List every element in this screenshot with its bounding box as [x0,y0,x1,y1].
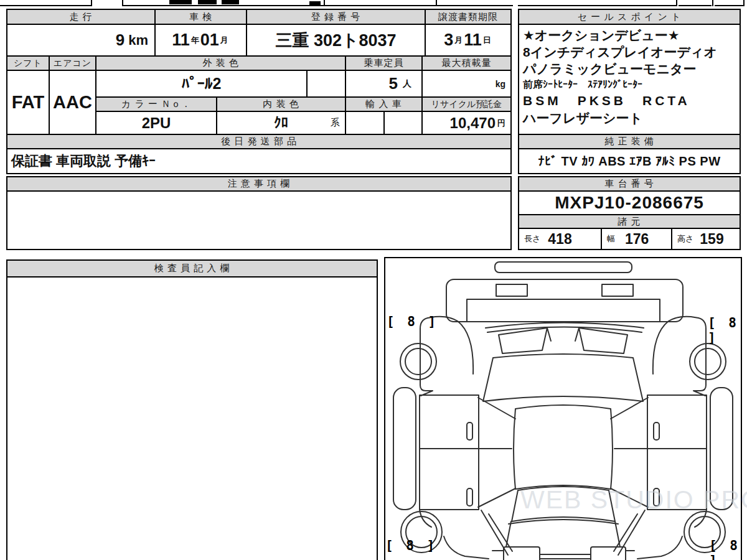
transfer-deadline-value: 3 月 11 日 [425,24,512,57]
sales-point-line: 前席ｼｰﾄﾋｰﾀｰ ｽﾃｱﾘﾝｸﾞﾋｰﾀｰ [522,77,644,92]
sales-point-line: ★オークションデビュー★ [522,27,681,44]
tire-tread-rear-left: [ 8 ] [385,538,437,553]
deadline-day-unit: 日 [483,35,491,46]
car-outline-svg [385,258,741,560]
recycle-deposit-unit: 円 [497,118,505,129]
color-no-header: カ ラ ー Ｎｏ． [95,96,217,112]
exterior-color-sub-cell [306,70,346,98]
inspection-year: 11 [172,30,190,50]
auction-sheet: 走 行 車 検 登 録 番 号 譲渡書類期限 9 km 11 年 01 月 三重… [0,0,747,560]
spec-length-cell: 長さ 418 [518,228,602,250]
sales-point-line: 8インチディスプレイオーディオ [522,44,718,60]
mileage-number: 9 [116,30,125,50]
spec-height-cell: 高さ 159 [671,228,741,250]
sales-point-line: ハーフレザーシート [522,110,644,127]
spec-width-cell: 幅 176 [601,228,672,250]
inspection-year-unit: 年 [191,35,199,46]
specs-header: 諸 元 [518,214,741,229]
inspection-month: 01 [200,30,219,50]
sales-point-line: パノラミックビューモニター [522,60,697,77]
tire-tread-front-right: [ 8 ] [708,315,741,345]
sales-points-body: ★オークションデビュー★ 8インチディスプレイオーディオ パノラミックビューモニ… [518,24,741,135]
deadline-day: 11 [464,30,482,50]
recycle-deposit-number: 10,470 [450,114,496,132]
capacity-header: 乗車定員 [345,55,423,71]
inspection-month-unit: 月 [220,35,228,46]
inspection-value: 11 年 01 月 [154,24,247,57]
recycle-deposit-value: 10,470 円 [421,111,512,135]
transfer-deadline-header: 譲渡書類期限 [425,9,512,25]
tire-tread-rear-right: [ 8 ] [709,538,741,560]
spec-width-value: 176 [625,231,649,248]
later-parts-value: 保証書 車両取説 予備ｷｰ [6,148,512,174]
sales-points-header: セ ー ル ス ポ イ ン ト [518,9,741,25]
registration-header: 登 録 番 号 [246,9,426,25]
notes-body [6,190,512,250]
aircon-value: AAC [49,70,96,135]
notes-header: 注 意 事 項 欄 [6,176,512,192]
inspector-header: 検 査 員 記 入 欄 [7,261,377,278]
capacity-number: 5 [389,74,398,93]
deadline-month: 3 [444,30,453,50]
shift-header: シフト [6,55,50,71]
mileage-unit: km [128,32,148,49]
aircon-header: エアコン [49,55,96,71]
registration-value: 三重 302ト8037 [246,24,426,57]
mileage-header: 走 行 [6,9,156,25]
capacity-value: 5 人 [345,70,423,98]
interior-color-name: ｸﾛ [274,114,288,131]
chassis-number-header: 車 台 番 号 [518,176,741,192]
later-parts-header: 後 日 発 送 部 品 [6,134,512,149]
max-load-unit: kg [496,79,505,89]
interior-color-suffix: 系 [331,117,340,129]
spec-width-label: 幅 [607,233,615,245]
spec-length-value: 418 [548,231,571,248]
tire-tread-front-left: [ 8 ] [387,314,438,329]
genuine-equipment-value: ﾅﾋﾞ TV ｶﾜ ABS ｴｱB ｱﾙﾐ PS PW [518,148,741,174]
interior-color-value: ｸﾛ 系 [216,111,346,135]
spec-height-label: 高さ [677,233,693,245]
capacity-unit: 人 [403,78,411,90]
genuine-equipment-header: 純 正 装 備 [518,134,741,149]
inspector-box: 検 査 員 記 入 欄 [6,259,378,560]
shift-value: FAT [6,70,50,135]
interior-color-header: 内 装 色 [216,96,346,112]
imported-value-left [345,111,385,135]
mileage-value: 9 km [6,24,156,57]
exterior-color-header: 外 装 色 [95,55,346,71]
max-load-value: kg [421,70,512,98]
spec-length-label: 長さ [524,233,540,245]
recycle-deposit-header: リサイクル預託金 [421,96,512,112]
inspection-header: 車 検 [154,9,247,25]
chassis-number-value: MXPJ10-2086675 [518,190,741,215]
exterior-color-value: ﾊﾟｰﾙ2 [95,70,308,98]
imported-value-right [383,111,423,135]
deadline-month-unit: 月 [454,35,463,46]
spec-height-value: 159 [700,231,723,248]
watermark-text: WEB STUDIO PRO [520,485,747,515]
imported-header: 輸 入 車 [345,96,423,112]
max-load-header: 最大積載量 [421,55,512,71]
color-no-value: 2PU [95,111,217,135]
sales-point-line: BSM PKSB RCTA [522,92,692,110]
